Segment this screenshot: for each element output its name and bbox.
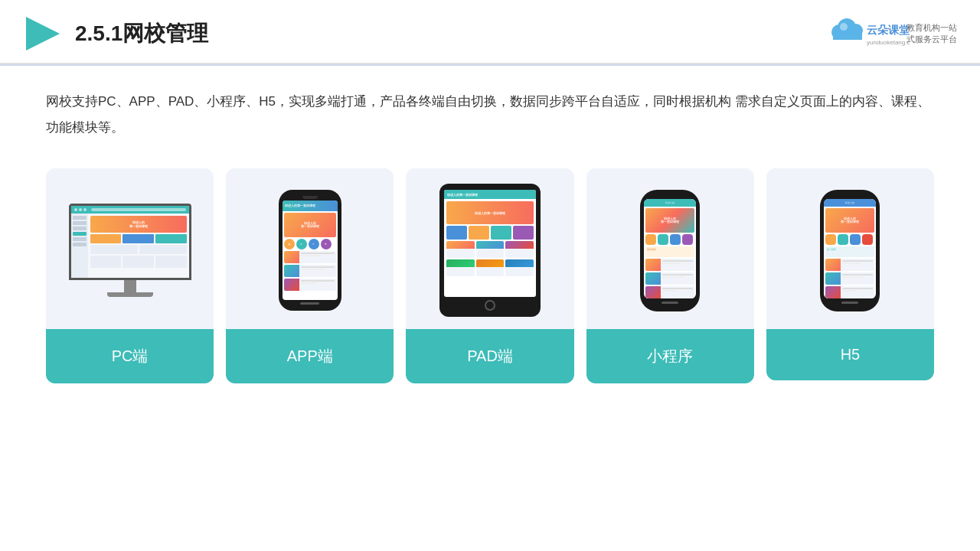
card-image-miniprogram: 职进人的 职进人的第一堂训课程 [586,168,754,329]
tablet-pad: 职进人的第一堂训课程 职进人的第一堂训课程 [439,184,541,317]
page-title: 2.5.1网校管理 [75,19,208,48]
svg-text:云朵课堂: 云朵课堂 [867,24,910,36]
cards-grid: 职进人的第一堂训课程 [46,168,934,383]
phone-miniprogram: 职进人的 职进人的第一堂训课程 [640,190,700,311]
svg-text:yunduoketang.com: yunduoketang.com [867,39,910,46]
header: 2.5.1网校管理 云朵课堂 yunduoketang.com 教育机构一站 式… [0,0,980,64]
phone-h5: 职进人的 职进人的第一堂训课程 [820,190,880,311]
card-pad: 职进人的第一堂训课程 职进人的第一堂训课程 [406,168,573,383]
phone-app: 职进人的第一堂训课程 职进人的第一堂训课程 ▶ ★ ✦ ❤ [279,190,341,311]
card-label-app: APP端 [226,329,394,383]
pc-monitor: 职进人的第一堂训课程 [69,204,191,297]
card-app: 职进人的第一堂训课程 职进人的第一堂训课程 ▶ ★ ✦ ❤ [226,168,394,383]
logo-slogan: 教育机构一站 [906,22,957,34]
card-image-h5: 职进人的 职进人的第一堂训课程 [766,168,934,329]
card-image-app: 职进人的第一堂训课程 职进人的第一堂训课程 ▶ ★ ✦ ❤ [226,168,394,329]
card-image-pc: 职进人的第一堂训课程 [46,168,214,329]
logo-svg: 云朵课堂 yunduoketang.com [825,17,910,51]
svg-marker-0 [26,17,60,51]
card-label-pad: PAD端 [406,329,573,383]
card-label-miniprogram: 小程序 [586,329,754,383]
logo-cloud: 云朵课堂 yunduoketang.com 教育机构一站 式服务云平台 [825,17,957,51]
card-label-h5: H5 [766,329,934,380]
monitor-screen: 职进人的第一堂训课程 [69,204,191,280]
description: 网校支持PC、APP、PAD、小程序、H5，实现多端打通，产品各终端自由切换，数… [46,89,934,141]
card-label-pc: PC端 [46,329,214,383]
card-image-pad: 职进人的第一堂训课程 职进人的第一堂训课程 [406,168,573,329]
main-content: 网校支持PC、APP、PAD、小程序、H5，实现多端打通，产品各终端自由切换，数… [0,66,980,399]
card-h5: 职进人的 职进人的第一堂训课程 [766,168,934,380]
svg-point-5 [840,23,848,31]
card-miniprogram: 职进人的 职进人的第一堂训课程 [586,168,754,383]
header-left: 2.5.1网校管理 [23,14,208,54]
logo-area: 云朵课堂 yunduoketang.com 教育机构一站 式服务云平台 [825,17,957,51]
card-pc: 职进人的第一堂训课程 [46,168,214,383]
svg-rect-4 [833,32,862,40]
play-icon [23,14,63,54]
